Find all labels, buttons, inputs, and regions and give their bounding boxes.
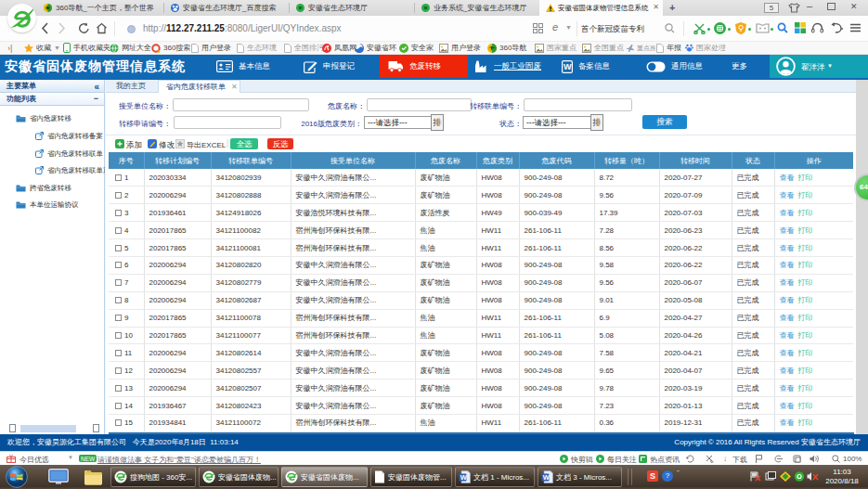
svg-text:W: W [460,473,468,482]
svg-text:W: W [543,473,551,482]
svg-text:W: W [564,62,572,71]
